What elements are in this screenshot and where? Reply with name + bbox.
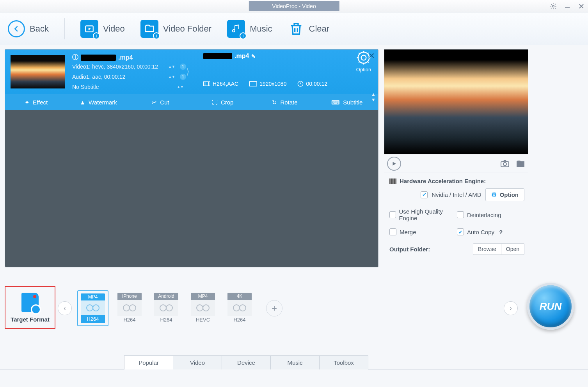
svg-point-18 <box>123 305 130 311</box>
output-file-ext: .mp4 <box>234 53 249 60</box>
tab-toolbox[interactable]: Toolbox <box>319 355 368 369</box>
output-filename-redacted <box>203 53 232 59</box>
hw-vendor-label: Nvidia / Intel / AMD <box>432 191 481 198</box>
clear-label: Clear <box>309 24 330 34</box>
remove-file-icon[interactable]: ✕ <box>368 51 375 60</box>
format-preset-android-h264[interactable]: Android H264 <box>151 290 182 326</box>
back-label: Back <box>30 24 49 34</box>
format-reel-icon <box>191 300 215 316</box>
svg-rect-6 <box>204 82 210 86</box>
target-format-label: Target Format <box>11 316 50 323</box>
trash-icon <box>288 20 304 38</box>
add-format-button[interactable]: + <box>266 300 282 316</box>
format-top-label: 4K <box>227 293 252 300</box>
svg-rect-9 <box>250 81 257 86</box>
video-thumbnail[interactable] <box>11 55 65 88</box>
add-folder-button[interactable]: + Video Folder <box>140 20 211 38</box>
video-stream-badge: 1 <box>180 64 186 70</box>
format-preset-iphone-h264[interactable]: iPhone H264 <box>114 290 145 326</box>
settings-icon[interactable] <box>550 3 557 10</box>
format-preset-4k-h264[interactable]: 4K H264 <box>224 290 255 326</box>
subtitle-button[interactable]: ⌨ Subtitle <box>316 94 378 110</box>
file-card[interactable]: ✕ ⓘ.mp4 Video1: hevc, 3840x2160, 00:00:1… <box>5 49 378 110</box>
format-bot-label: HEVC <box>191 316 215 324</box>
play-button[interactable] <box>387 157 401 171</box>
rotate-button[interactable]: ↻ Rotate <box>254 94 316 110</box>
svg-point-0 <box>552 5 554 7</box>
svg-point-19 <box>130 305 136 311</box>
autocopy-label: Auto Copy <box>467 229 494 235</box>
cut-button[interactable]: ✂ Cut <box>130 94 192 110</box>
watermark-button[interactable]: ▲ Watermark <box>67 94 129 110</box>
window-title: VideoProc - Video <box>249 1 339 11</box>
crop-button[interactable]: ⛶ Crop <box>192 94 254 110</box>
rename-icon[interactable]: ✎ <box>251 53 256 59</box>
back-arrow-icon <box>8 20 25 37</box>
format-top-label: iPhone <box>117 293 142 300</box>
audio-stream-info: Audio1: aac, 00:00:12 <box>72 74 125 80</box>
format-tabs: PopularVideoDeviceMusicToolbox <box>124 355 368 369</box>
snapshot-icon[interactable] <box>500 160 510 168</box>
merge-checkbox[interactable] <box>389 228 396 235</box>
help-icon[interactable]: ? <box>499 229 503 235</box>
open-folder-icon[interactable] <box>516 160 525 168</box>
format-preset-mp4-hevc[interactable]: MP4 HEVC <box>187 290 219 326</box>
add-video-label: Video <box>103 24 125 34</box>
svg-point-15 <box>503 163 506 166</box>
format-reel-icon <box>117 300 142 316</box>
input-file-ext: .mp4 <box>118 54 133 61</box>
output-resolution: 1920x1080 <box>249 81 286 87</box>
svg-marker-13 <box>393 162 396 165</box>
high-quality-checkbox[interactable] <box>389 211 396 218</box>
effect-button[interactable]: ✦ Effect <box>5 94 67 110</box>
minimize-icon[interactable] <box>564 3 571 10</box>
formats-next-button[interactable]: › <box>504 301 518 315</box>
gear-icon: ⚙ <box>491 191 497 198</box>
hw-vendor-checkbox[interactable] <box>421 191 428 198</box>
format-top-label: MP4 <box>81 293 105 300</box>
format-bot-label: H264 <box>117 316 142 324</box>
browse-button[interactable]: Browse <box>473 243 501 255</box>
format-preset-mp4-h264[interactable]: MP4 H264 <box>77 290 108 326</box>
svg-point-12 <box>361 55 366 60</box>
open-button[interactable]: Open <box>501 243 524 255</box>
svg-point-20 <box>160 305 166 311</box>
clear-button[interactable]: Clear <box>288 20 330 38</box>
deinterlace-checkbox[interactable] <box>457 211 464 218</box>
svg-point-25 <box>240 305 246 311</box>
run-button[interactable]: RUN <box>527 283 574 330</box>
file-list-panel: ✕ ⓘ.mp4 Video1: hevc, 3840x2160, 00:00:1… <box>5 49 378 267</box>
formats-prev-button[interactable]: ‹ <box>58 301 72 315</box>
high-quality-label: Use High Quality Engine <box>399 208 457 221</box>
svg-point-17 <box>93 305 99 311</box>
svg-point-23 <box>203 305 209 311</box>
audio-stream-badge: 1 <box>180 74 186 80</box>
audio-stream-spinner[interactable]: ▲▼ <box>168 75 175 79</box>
output-codec: H264,AAC <box>203 81 238 87</box>
subtitle-spinner[interactable]: ▲▼ <box>177 85 184 89</box>
video-stream-spinner[interactable]: ▲▼ <box>168 65 175 69</box>
bottom-panel: Target Format ‹ MP4 H264iPhone H264Andro… <box>0 267 588 380</box>
svg-marker-5 <box>89 27 91 30</box>
info-icon[interactable]: ⓘ <box>72 53 78 62</box>
tab-device[interactable]: Device <box>222 355 271 369</box>
close-icon[interactable] <box>578 3 585 10</box>
target-format-button[interactable]: Target Format <box>5 286 55 329</box>
add-video-button[interactable]: + Video <box>80 20 125 38</box>
edit-toolbar: ✦ Effect ▲ Watermark ✂ Cut ⛶ Crop ↻ Rota… <box>5 94 378 110</box>
titlebar: VideoProc - Video <box>0 0 588 12</box>
tab-music[interactable]: Music <box>270 355 320 369</box>
back-button[interactable]: Back <box>8 20 49 37</box>
tab-popular[interactable]: Popular <box>124 355 173 369</box>
svg-point-24 <box>233 305 240 311</box>
hw-option-button[interactable]: ⚙Option <box>485 188 524 201</box>
format-bot-label: H264 <box>227 316 252 324</box>
preview-pane[interactable] <box>384 49 528 154</box>
svg-point-21 <box>166 305 172 311</box>
file-nav-arrows[interactable]: ▲▼ <box>371 92 376 102</box>
tab-video[interactable]: Video <box>173 355 222 369</box>
subtitle-info: No Subtitle <box>72 84 99 90</box>
autocopy-checkbox[interactable] <box>457 228 464 235</box>
add-music-button[interactable]: + Music <box>227 20 272 38</box>
format-reel-icon <box>227 300 252 316</box>
